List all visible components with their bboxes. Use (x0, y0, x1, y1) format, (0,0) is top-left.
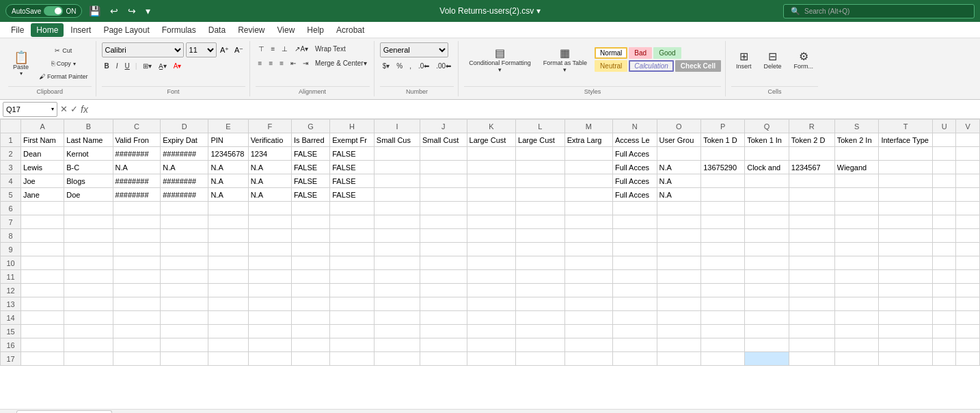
cell-I3[interactable] (374, 161, 420, 174)
col-header-K[interactable]: K (467, 120, 516, 133)
cell-N2[interactable]: Full Acces (612, 147, 657, 161)
check-cell-style-button[interactable]: Check Cell (675, 60, 721, 72)
cell-F3[interactable]: N.A (248, 161, 291, 174)
cell-T5[interactable] (879, 188, 932, 202)
copy-dropdown[interactable]: ▾ (73, 61, 76, 67)
cell-P2[interactable] (701, 147, 745, 161)
header-cell-B1[interactable]: Last Name (64, 133, 113, 147)
font-size-select[interactable]: 11 (186, 42, 217, 57)
col-header-B[interactable]: B (64, 120, 113, 133)
menu-formulas[interactable]: Formulas (156, 23, 202, 37)
cell-J4[interactable] (420, 174, 467, 188)
cell-F4[interactable]: N.A (248, 174, 291, 188)
cell-L2[interactable] (516, 147, 565, 161)
cell-H2[interactable]: FALSE (330, 147, 375, 161)
header-cell-P1[interactable]: Token 1 D (701, 133, 745, 147)
col-header-V[interactable]: V (956, 120, 980, 133)
menu-review[interactable]: Review (232, 23, 270, 37)
header-cell-N1[interactable]: Access Le (612, 133, 657, 147)
spreadsheet-scroll[interactable]: A B C D E F G H I J K L M N O P Q (0, 119, 980, 409)
accounting-button[interactable]: $▾ (380, 59, 393, 72)
fill-color-button[interactable]: A̲▾ (156, 59, 169, 72)
format-cells-button[interactable]: ⚙ Form... (789, 42, 819, 77)
cell-C5[interactable]: ######## (113, 188, 161, 202)
align-bottom-button[interactable]: ⊥ (279, 42, 290, 55)
cell-V5[interactable] (956, 188, 980, 202)
cell-ref-dropdown[interactable]: ▾ (51, 106, 54, 112)
menu-view[interactable]: View (272, 23, 301, 37)
cell-S3[interactable]: Wiegand (834, 161, 879, 174)
bad-style-button[interactable]: Bad (629, 47, 652, 59)
wrap-text-button[interactable]: Wrap Text (312, 42, 349, 55)
cell-M5[interactable] (564, 188, 612, 202)
cancel-formula-icon[interactable]: ✕ (60, 104, 68, 114)
font-color-button[interactable]: A▾ (171, 59, 185, 72)
neutral-style-button[interactable]: Neutral (595, 60, 627, 72)
header-cell-T1[interactable]: Interface Type (879, 133, 932, 147)
cell-B3[interactable]: B-C (64, 161, 113, 174)
cell-S4[interactable] (834, 174, 879, 188)
menu-home[interactable]: Home (31, 23, 64, 37)
font-family-select[interactable]: Calibri (102, 42, 184, 57)
col-header-M[interactable]: M (564, 120, 612, 133)
cell-G2[interactable]: FALSE (291, 147, 329, 161)
cell-O4[interactable]: N.A (657, 174, 701, 188)
undo-icon[interactable]: ↩ (107, 4, 121, 18)
insert-function-icon[interactable]: fx (81, 104, 88, 115)
cell-A2[interactable]: Dean (21, 147, 64, 161)
cell-M4[interactable] (564, 174, 612, 188)
cell-M2[interactable] (564, 147, 612, 161)
menu-help[interactable]: Help (301, 23, 329, 37)
orientation-button[interactable]: ↗A▾ (292, 42, 311, 55)
cell-U5[interactable] (932, 188, 956, 202)
cell-T2[interactable] (879, 147, 932, 161)
col-header-F[interactable]: F (248, 120, 291, 133)
enter-formula-icon[interactable]: ✓ (70, 104, 78, 114)
cell-J2[interactable] (420, 147, 467, 161)
cell-E2[interactable]: 12345678 (208, 147, 248, 161)
cell-L3[interactable] (516, 161, 565, 174)
cell-H3[interactable]: FALSE (330, 161, 375, 174)
underline-button[interactable]: U (122, 59, 133, 72)
col-header-D[interactable]: D (161, 120, 208, 133)
header-cell-F1[interactable]: Verificatio (248, 133, 291, 147)
autosave-toggle[interactable] (44, 6, 63, 16)
header-cell-M1[interactable]: Extra Larg (564, 133, 612, 147)
cell-N5[interactable]: Full Acces (612, 188, 657, 202)
col-header-R[interactable]: R (789, 120, 834, 133)
menu-data[interactable]: Data (203, 23, 231, 37)
header-cell-H1[interactable]: Exempt Fr (330, 133, 375, 147)
comma-button[interactable]: , (407, 59, 414, 72)
cell-H4[interactable]: FALSE (330, 174, 375, 188)
cell-D3[interactable]: N.A (161, 161, 208, 174)
delete-cells-button[interactable]: ⊟ Delete (759, 42, 786, 77)
cell-K5[interactable] (467, 188, 516, 202)
col-header-S[interactable]: S (834, 120, 879, 133)
cell-O3[interactable]: N.A (657, 161, 701, 174)
menu-file[interactable]: File (5, 23, 29, 37)
cell-U4[interactable] (932, 174, 956, 188)
merge-center-button[interactable]: Merge & Center▾ (312, 57, 370, 69)
col-header-L[interactable]: L (516, 120, 565, 133)
cell-N3[interactable]: Full Acces (612, 161, 657, 174)
format-painter-button[interactable]: 🖌 Format Painter (36, 71, 92, 82)
increase-indent-button[interactable]: ⇥ (300, 57, 311, 69)
format-as-table-button[interactable]: ▦ Format as Table▾ (539, 42, 592, 77)
cell-V3[interactable] (956, 161, 980, 174)
header-cell-L1[interactable]: Large Cust (516, 133, 565, 147)
cell-E3[interactable]: N.A (208, 161, 248, 174)
header-cell-K1[interactable]: Large Cust (467, 133, 516, 147)
percent-button[interactable]: % (394, 59, 405, 72)
header-cell-E1[interactable]: PIN (208, 133, 248, 147)
cell-reference-box[interactable]: Q17 ▾ (3, 102, 57, 117)
quick-access-dropdown[interactable]: ▾ (143, 4, 153, 18)
menu-insert[interactable]: Insert (65, 23, 96, 37)
cell-R5[interactable] (789, 188, 834, 202)
cell-J3[interactable] (420, 161, 467, 174)
col-header-G[interactable]: G (291, 120, 329, 133)
bold-button[interactable]: B (102, 59, 112, 72)
align-center-button[interactable]: ≡ (266, 57, 275, 69)
cell-G4[interactable]: FALSE (291, 174, 329, 188)
insert-cells-button[interactable]: ⊞ Insert (731, 42, 757, 77)
cell-T3[interactable] (879, 161, 932, 174)
